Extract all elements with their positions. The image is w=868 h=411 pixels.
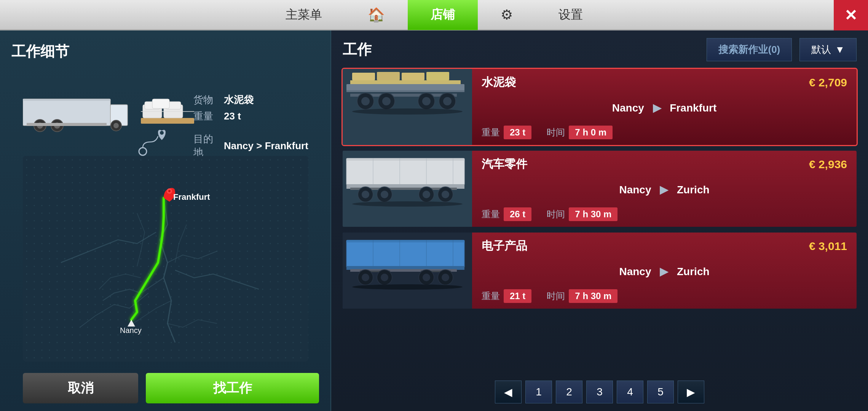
weight-value: 23 t <box>224 110 241 122</box>
svg-rect-47 <box>346 158 464 161</box>
job-from-0: Nancy <box>612 102 644 114</box>
weight-val-1: 26 t <box>504 207 531 221</box>
svg-point-82 <box>352 284 463 290</box>
top-navigation: 主菜单 🏠 店铺 ⚙ 设置 ✕ <box>0 0 868 30</box>
page-1-label: 1 <box>536 386 542 398</box>
find-job-button[interactable]: 找工作 <box>146 373 319 403</box>
gear-icon: ⚙ <box>501 7 513 23</box>
svg-point-81 <box>442 274 449 281</box>
svg-point-55 <box>362 191 369 198</box>
svg-rect-64 <box>346 240 464 268</box>
home-icon: 🏠 <box>368 7 385 23</box>
svg-point-79 <box>423 274 430 281</box>
job-price-1: € 2,936 <box>809 158 847 171</box>
prev-page-button[interactable]: ◀ <box>495 381 522 403</box>
svg-rect-29 <box>352 73 375 80</box>
svg-point-44 <box>352 108 463 115</box>
job-details-row-1: 重量 26 t 时间 7 h 30 m <box>482 207 847 221</box>
svg-point-61 <box>442 191 449 198</box>
svg-point-59 <box>423 191 430 198</box>
svg-point-8 <box>113 123 119 128</box>
job-from-1: Nancy <box>619 184 651 196</box>
trailer-box-svg <box>343 151 472 227</box>
page-4-button[interactable]: 4 <box>617 381 643 403</box>
job-card-2-info: 电子产品 € 3,011 Nancy ▶ Zurich 重量 21 t <box>472 233 857 309</box>
time-label-1: 时间 <box>547 208 565 220</box>
job-weight-item-1: 重量 26 t <box>482 207 531 221</box>
job-to-0: Frankfurt <box>670 102 716 114</box>
search-new-job-button[interactable]: 搜索新作业(0) <box>707 38 792 61</box>
main-content: 工作细节 <box>0 30 868 411</box>
page-5-button[interactable]: 5 <box>647 381 674 403</box>
truck-svg <box>23 89 129 133</box>
job-cargo-2: 电子产品 <box>482 238 527 254</box>
job-to-1: Zurich <box>677 184 710 196</box>
close-icon: ✕ <box>844 6 857 24</box>
close-button[interactable]: ✕ <box>834 0 868 30</box>
weight-label-2: 重量 <box>482 290 500 302</box>
job-route-2: Nancy ▶ Zurich <box>482 265 847 278</box>
nav-settings-icon[interactable]: ⚙ <box>478 0 536 30</box>
trailer-blue-svg <box>343 233 472 309</box>
trailer-flat-svg <box>343 69 472 145</box>
cargo-value: 水泥袋 <box>224 93 254 107</box>
next-page-button[interactable]: ▶ <box>678 381 704 403</box>
time-val-2: 7 h 30 m <box>569 289 617 303</box>
nav-main-menu[interactable]: 主菜单 <box>263 0 345 30</box>
job-from-2: Nancy <box>619 266 651 277</box>
nav-home[interactable]: 🏠 <box>345 0 408 30</box>
page-3-button[interactable]: 3 <box>586 381 613 403</box>
weight-val-0: 23 t <box>504 126 531 139</box>
svg-text:Frankfurt: Frankfurt <box>173 192 210 202</box>
job-card-2[interactable]: 电子产品 € 3,011 Nancy ▶ Zurich 重量 21 t <box>343 233 857 309</box>
job-card-1[interactable]: 汽车零件 € 2,936 Nancy ▶ Zurich 重量 26 t <box>343 151 857 227</box>
job-card-0-header: 水泥袋 € 2,709 <box>482 75 847 90</box>
svg-rect-31 <box>402 73 424 80</box>
svg-point-23 <box>168 190 171 192</box>
route-arrow-0: ▶ <box>653 102 664 114</box>
jobs-header: 工作 搜索新作业(0) 默认 ▼ <box>343 38 857 61</box>
shop-label: 店铺 <box>431 6 455 23</box>
page-2-label: 2 <box>566 386 572 398</box>
job-card-1-header: 汽车零件 € 2,936 <box>482 156 847 172</box>
svg-rect-10 <box>141 118 194 124</box>
svg-text:Nancy: Nancy <box>120 326 142 335</box>
job-price-2: € 3,011 <box>809 240 847 253</box>
weight-row: 重量 23 t <box>193 110 319 123</box>
svg-rect-9 <box>27 123 107 126</box>
pagination: ◀ 1 2 3 4 5 ▶ <box>343 381 857 403</box>
svg-point-43 <box>443 97 452 105</box>
bottom-buttons: 取消 找工作 <box>23 373 319 403</box>
page-3-label: 3 <box>597 386 603 398</box>
cargo-row: 货物 水泥袋 <box>193 93 319 107</box>
cargo-info: 货物 水泥袋 重量 23 t <box>193 93 319 126</box>
svg-point-17 <box>139 148 147 155</box>
job-card-2-image <box>343 233 472 309</box>
map-area: Frankfurt Nancy <box>23 156 308 362</box>
svg-point-18 <box>160 131 164 135</box>
job-price-0: € 2,709 <box>809 76 847 89</box>
job-card-0[interactable]: 水泥袋 € 2,709 Nancy ▶ Frankfurt 重量 23 t <box>343 69 857 145</box>
job-list: 水泥袋 € 2,709 Nancy ▶ Frankfurt 重量 23 t <box>343 69 857 375</box>
weight-label: 重量 <box>193 110 220 123</box>
job-details-title: 工作细节 <box>11 42 319 61</box>
job-route-1: Nancy ▶ Zurich <box>482 183 847 196</box>
cancel-button[interactable]: 取消 <box>23 373 138 403</box>
nav-settings[interactable]: 设置 <box>536 0 606 30</box>
svg-rect-1 <box>23 99 110 101</box>
page-5-label: 5 <box>657 386 664 398</box>
time-val-1: 7 h 30 m <box>569 207 617 221</box>
job-route-0: Nancy ▶ Frankfurt <box>482 102 847 114</box>
job-time-item-1: 时间 7 h 30 m <box>547 207 617 221</box>
cargo-label: 货物 <box>193 93 220 107</box>
route-icon <box>137 129 179 159</box>
default-sort-button[interactable]: 默认 ▼ <box>799 38 857 61</box>
job-card-1-image <box>343 151 472 227</box>
cargo-icon-area <box>133 86 202 133</box>
route-arrow-1: ▶ <box>660 184 671 196</box>
truck-preview <box>23 89 129 135</box>
nav-shop[interactable]: 店铺 <box>408 0 478 30</box>
page-2-button[interactable]: 2 <box>556 381 582 403</box>
job-card-0-image <box>343 69 472 145</box>
page-1-button[interactable]: 1 <box>525 381 552 403</box>
